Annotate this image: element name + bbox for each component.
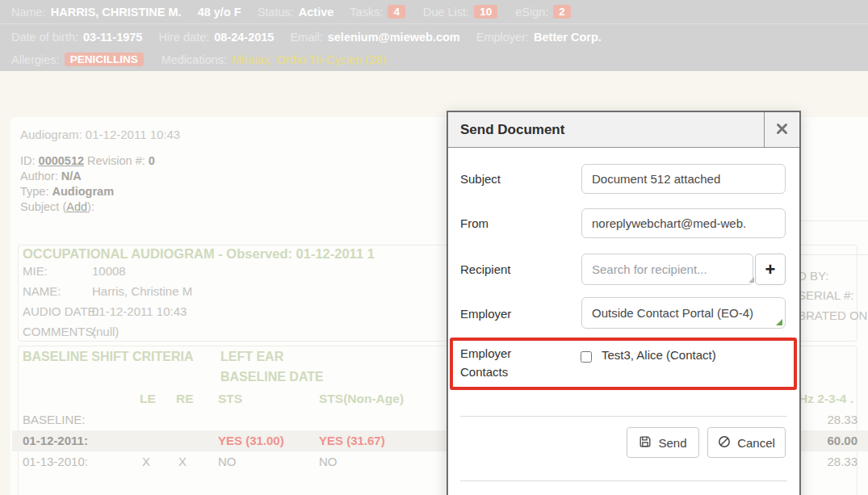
col-header-re: RE [176,392,194,406]
cancel-icon [718,435,731,451]
table-row-2011-sts-nonage: YES (31.67) [319,434,385,447]
col-header-sts-nonage: STS(Non-Age) [319,392,404,406]
save-icon [639,435,652,451]
employer-value: Better Corp. [534,31,602,44]
recipient-resize-grip-icon[interactable] [748,277,754,283]
subject-label-suffix: ): [87,200,94,213]
table-row-2010-sts-nonage: NO [319,455,338,468]
patient-banner-row1: Name: HARRIS, CHRISTINE M. 48 y/o F Stat… [0,0,868,24]
employer-contact-option-label: Test3, Alice (Contact) [602,348,716,362]
close-icon [776,123,788,138]
subject-add-link[interactable]: Add [66,200,87,213]
tasks-label: Tasks: [350,6,383,19]
due-list-count-badge[interactable]: 10 [474,5,497,19]
medication-link-ortho[interactable]: Ortho Tri-Cyclen (28) [277,53,386,66]
medication-link-miralax[interactable]: Miralax, [232,53,273,66]
table-row-2010-sts: NO [218,455,237,468]
comments-label: COMMENTS: [23,325,97,338]
subject-label: Subject ( [20,200,66,213]
id-label: ID: [20,154,36,167]
table-row-2010-label: 01-13-2010: [23,455,88,468]
patient-banner-row3: Allergies: PENICILLINS Medications: Mira… [0,48,868,70]
cancel-button[interactable]: Cancel [707,427,786,458]
due-list-label: Due List: [423,6,469,19]
highlight-annotation-box [450,338,797,390]
employer-contacts-label-line2: Contacts [460,365,508,379]
table-row-baseline-label: BASELINE: [23,413,86,426]
table-row-2010-re: X [178,455,187,468]
table-row-2010-le: X [142,455,150,468]
dob-value: 03-11-1975 [83,31,142,44]
revision-value: 0 [149,154,155,167]
cancel-button-label: Cancel [737,436,775,450]
left-ear-header: LEFT EAR [220,350,283,364]
name-label: Name: [11,6,46,19]
comments-value: (null) [92,325,119,338]
baseline-date-header: BASELINE DATE [220,370,324,384]
employer-select-value: Outside Contact Portal (EO-4) [592,306,753,320]
occupational-title: OCCUPATIONAL AUDIOGRAM - Observed: 01-12… [23,246,375,262]
add-recipient-button[interactable]: + [755,254,786,285]
close-button[interactable] [764,112,799,148]
audio-date-value: 01-12-2011 10:43 [92,304,187,318]
medications-label: Medications: [161,53,227,66]
status-value: Active [299,6,334,19]
table-row-2011-label: 01-12-2011: [23,434,88,447]
modal-header: Send Document [448,112,799,148]
author-value: N/A [61,170,82,182]
mie-label: MIE: [23,264,48,278]
baseline-title: BASELINE SHIFT CRITERIA [23,350,194,364]
recipient-field-label: Recipient [460,262,511,276]
document-header: Audiogram: 01-12-2011 10:43 [20,128,180,141]
employer-contacts-label-line1: Employer [460,346,511,360]
status-label: Status: [258,6,294,19]
modal-title: Send Document [448,112,799,148]
col-header-hz: Hz 2-3-4 . [799,392,853,406]
patient-name: HARRIS, CHRISTINE M. [51,6,182,19]
employer-label: Employer: [476,31,529,44]
dob-label: Date of birth: [11,31,78,44]
employer-field-label: Employer [460,307,511,321]
recipient-search-input[interactable] [581,254,753,285]
modal-divider-top [460,416,787,417]
name-row-label: NAME: [23,284,61,298]
from-field-label: From [460,216,489,230]
employer-select[interactable]: Outside Contact Portal (EO-4) [581,297,786,329]
allergy-badge[interactable]: PENICILLINS [65,52,144,66]
subject-input[interactable] [581,164,786,194]
hire-date-label: Hire date: [158,31,209,44]
tasks-count-badge[interactable]: 4 [388,5,405,19]
send-document-modal: Send Document Subject From Recipient + E… [447,111,801,495]
right-section-divider-1 [794,220,868,221]
send-button[interactable]: Send [627,427,699,458]
esign-label: eSign: [515,6,548,19]
right-section-divider-2 [794,254,868,255]
esign-count-badge[interactable]: 2 [553,5,571,19]
email-label: Email: [290,31,322,44]
from-input[interactable] [581,208,786,238]
mie-value: 10008 [92,264,126,278]
employer-dropdown-icon [776,319,782,325]
name-row-value: Harris, Christine M [92,284,192,298]
hire-date-value: 08-24-2015 [214,31,274,44]
table-row-2011-sts: YES (31.00) [218,434,284,447]
patient-banner: Name: HARRIS, CHRISTINE M. 48 y/o F Stat… [0,0,868,71]
document-id-link[interactable]: 0000512 [39,154,84,167]
email-value: selenium@mieweb.com [328,31,460,44]
author-label: Author: [20,170,58,182]
tested-by-fragment: D BY: [798,269,828,283]
patient-age-sex: 48 y/o F [198,6,241,19]
subject-field-label: Subject [460,172,501,186]
document-subject-line: Subject (Add): [20,200,94,213]
send-button-label: Send [658,436,686,450]
document-id-line: ID: 0000512 Revision #: 0 [20,154,155,167]
document-type-line: Type: Audiogram [20,185,114,198]
employer-contact-checkbox[interactable] [581,351,592,363]
modal-divider-bottom [460,480,787,481]
type-label: Type: [20,185,48,198]
col-header-le: LE [140,392,156,406]
audio-date-label: AUDIO DATE: [23,304,99,318]
serial-fragment: SERIAL #: [798,288,853,302]
calibrated-fragment: BRATED ON [798,308,867,322]
col-header-sts: STS [218,392,242,406]
